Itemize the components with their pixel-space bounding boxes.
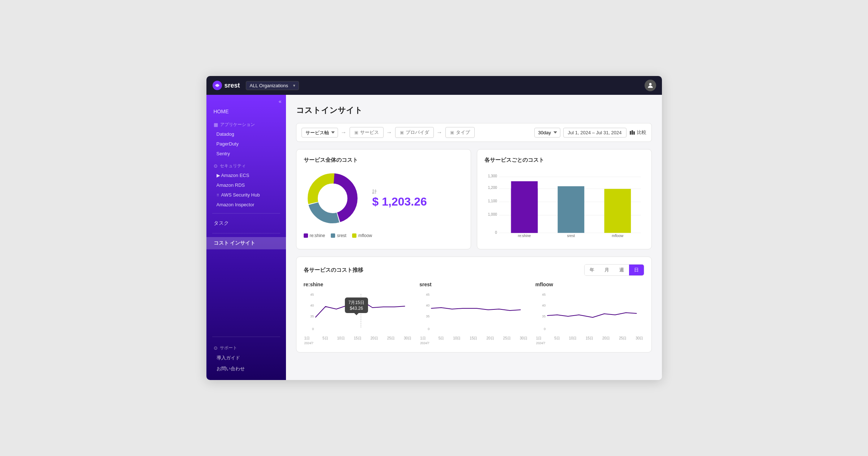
sidebar-section-applications: ▦ アプリケーション <box>206 117 286 129</box>
sidebar-item-home[interactable]: HOME <box>206 106 286 117</box>
x-label: 15日 <box>470 336 477 345</box>
sidebar-item-intro-guide[interactable]: 導入ガイド <box>206 352 286 363</box>
sidebar-item-pagerduty[interactable]: PagerDuty <box>206 139 286 149</box>
arrow-icon: → <box>341 129 347 136</box>
org-selector-wrap[interactable]: ALL Organizations <box>246 81 299 90</box>
filter-bar: サービス軸 → ▣ サービス → ▣ プロバイダ → ▣ タイプ <box>296 123 652 142</box>
type-chip[interactable]: ▣ タイプ <box>445 127 475 138</box>
x-label: 5日 <box>554 336 560 345</box>
x-label: 5日 <box>322 336 328 345</box>
legend-dot-reshine <box>304 233 308 238</box>
sidebar-bottom: ⊙ サポート 導入ガイド お問い合わせ <box>206 327 286 374</box>
compare-button[interactable]: 比較 <box>629 129 646 136</box>
trend-title: 各サービスのコスト推移 <box>304 267 363 274</box>
svg-text:mfloow: mfloow <box>612 234 624 238</box>
sidebar-item-contact[interactable]: お問い合わせ <box>206 363 286 374</box>
x-label: 5日 <box>439 336 444 345</box>
sidebar-item-amazon-inspector[interactable]: Amazon Inspector <box>206 200 286 210</box>
sidebar-item-datadog[interactable]: Datadog <box>206 129 286 139</box>
x-label: 10日 <box>453 336 461 345</box>
sidebar: « HOME ▦ アプリケーション Datadog PagerDuty Sent… <box>206 95 286 380</box>
trend-line-svg-srest: 45 40 35 0 <box>419 290 528 334</box>
period-tab-month[interactable]: 月 <box>599 265 614 275</box>
provider-chip[interactable]: ▣ プロバイダ <box>395 127 434 138</box>
date-range: Jul 1, 2024 – Jul 31, 2024 <box>563 128 627 138</box>
svg-text:1,200: 1,200 <box>488 186 497 190</box>
type-chip-icon: ▣ <box>450 130 454 135</box>
svg-text:45: 45 <box>542 293 546 296</box>
logo: srest <box>212 80 240 90</box>
app-window: srest ALL Organizations « HOME ▦ アプリケーショ… <box>206 76 662 380</box>
x-label: 10日 <box>569 336 577 345</box>
sidebar-section-security: ⊙ セキュリティ <box>206 159 286 170</box>
svg-text:0: 0 <box>495 231 497 235</box>
legend-item-reshine: re:shine <box>304 233 325 238</box>
donut-container: 計 $ 1,203.26 <box>304 169 463 227</box>
svg-text:40: 40 <box>310 304 314 307</box>
page-title: コストインサイト <box>296 105 652 116</box>
sidebar-item-aws-security-hub[interactable]: AWS Security Hub <box>206 190 286 200</box>
svg-point-8 <box>319 185 346 212</box>
day-select[interactable]: 30day <box>534 128 560 138</box>
bar-chart-wrap: 1,300 1,200 1,100 1,000 0 <box>484 169 644 242</box>
sidebar-item-cost-insight[interactable]: コスト インサイト <box>206 237 286 249</box>
sidebar-item-amazon-rds[interactable]: Amazon RDS <box>206 180 286 190</box>
trend-chart-reshine-label: re:shine <box>304 282 412 287</box>
trend-svg-wrap-mfloow: 45 40 35 0 <box>535 290 644 335</box>
x-axis-mfloow: 1日2024/7 5日 10日 15日 20日 25日 30日 <box>535 336 644 345</box>
donut-label: 計 <box>372 189 377 195</box>
svg-rect-24 <box>604 189 631 233</box>
trend-line-svg-mfloow: 45 40 35 0 <box>535 290 644 334</box>
bar-chart-card: 各サービスごとのコスト 1,300 1,200 1,100 1,000 0 <box>477 149 652 249</box>
x-label: 25日 <box>387 336 395 345</box>
period-tab-day[interactable]: 日 <box>629 265 644 275</box>
sidebar-divider2 <box>212 233 280 233</box>
donut-total: 計 $ 1,203.26 <box>372 189 427 208</box>
x-label: 25日 <box>503 336 511 345</box>
period-tab-week[interactable]: 週 <box>614 265 629 275</box>
svg-rect-22 <box>557 186 584 233</box>
svg-text:45: 45 <box>310 293 314 296</box>
svg-text:35: 35 <box>542 314 546 318</box>
svg-text:45: 45 <box>426 293 429 296</box>
trend-chart-mfloow: mfloow 45 40 35 0 1日2024/7 <box>535 282 644 345</box>
provider-chip-icon: ▣ <box>400 130 404 135</box>
org-selector[interactable]: ALL Organizations <box>246 81 299 90</box>
service-chip[interactable]: ▣ サービス <box>350 127 384 138</box>
provider-chip-label: プロバイダ <box>406 129 429 136</box>
x-label: 1日2024/7 <box>536 336 545 345</box>
legend-item-srest: srest <box>331 233 346 238</box>
service-chip-label: サービス <box>360 129 379 136</box>
axis-select[interactable]: サービス軸 <box>302 128 338 138</box>
sidebar-item-sentry[interactable]: Sentry <box>206 149 286 159</box>
support-label: サポート <box>220 345 237 351</box>
donut-legend: re:shine srest mfloow <box>304 233 463 238</box>
period-tabs: 年 月 週 日 <box>584 264 644 276</box>
trend-chart-reshine: re:shine 45 40 35 0 <box>304 282 412 345</box>
arrow-icon3: → <box>437 129 442 136</box>
trend-charts: re:shine 45 40 35 0 <box>304 282 644 345</box>
grid-icon: ▦ <box>214 122 218 127</box>
x-label: 15日 <box>354 336 362 345</box>
svg-rect-2 <box>630 131 631 135</box>
security-label: セキュリティ <box>220 163 246 169</box>
user-avatar[interactable] <box>645 80 656 91</box>
legend-dot-srest <box>331 233 335 238</box>
main-layout: « HOME ▦ アプリケーション Datadog PagerDuty Sent… <box>206 95 662 380</box>
svg-text:srest: srest <box>567 234 575 238</box>
svg-text:35: 35 <box>426 314 429 318</box>
x-label: 1日2024/7 <box>304 336 313 345</box>
x-label: 1日2024/7 <box>420 336 429 345</box>
bar-chart-svg: 1,300 1,200 1,100 1,000 0 <box>484 169 644 242</box>
sidebar-collapse-btn[interactable]: « <box>206 95 286 106</box>
x-label: 20日 <box>602 336 610 345</box>
svg-text:35: 35 <box>310 314 314 318</box>
x-axis-srest: 1日2024/7 5日 10日 15日 20日 25日 30日 <box>419 336 528 345</box>
sidebar-item-amazon-ecs[interactable]: ▶ Amazon ECS <box>206 170 286 180</box>
period-tab-year[interactable]: 年 <box>585 265 599 275</box>
x-label: 15日 <box>586 336 593 345</box>
trend-section: 各サービスのコスト推移 年 月 週 日 re:shine <box>296 257 652 352</box>
sidebar-item-task[interactable]: タスク <box>206 217 286 229</box>
shield-icon: ⊙ <box>214 163 218 169</box>
svg-text:1,100: 1,100 <box>488 199 497 203</box>
